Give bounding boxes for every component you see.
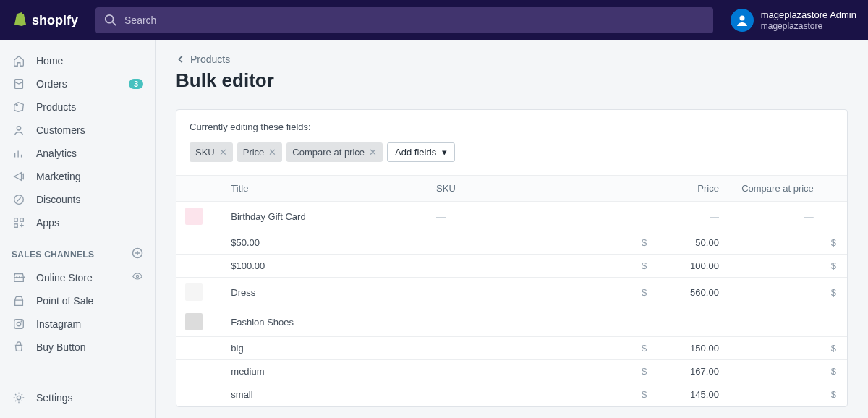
sku-cell[interactable] [427, 337, 633, 360]
compare-cell[interactable] [728, 231, 822, 255]
close-icon[interactable]: ✕ [219, 147, 227, 158]
brand-text: shopify [32, 13, 78, 28]
price-cell[interactable]: $167.00 [633, 360, 728, 383]
compare-currency: $ [831, 366, 836, 377]
home-icon [12, 54, 26, 67]
sku-cell[interactable] [427, 255, 633, 278]
svg-line-1 [113, 22, 116, 26]
compare-cell[interactable] [728, 255, 822, 278]
price-cell[interactable]: — [633, 202, 728, 231]
svg-rect-8 [20, 218, 24, 222]
field-chip-sku[interactable]: SKU✕ [190, 142, 233, 162]
gear-icon [12, 391, 26, 404]
price-cell[interactable]: — [633, 307, 728, 337]
add-fields-button[interactable]: Add fields▾ [387, 142, 455, 162]
caret-down-icon: ▾ [442, 147, 447, 158]
buy-icon [12, 341, 26, 354]
variant-title[interactable]: medium [222, 360, 427, 383]
field-chip-price[interactable]: Price✕ [237, 142, 283, 162]
sidebar-item-orders[interactable]: Orders3 [0, 72, 155, 95]
store-name: mageplazastore [761, 21, 856, 31]
col-compare: Compare at price [728, 176, 822, 202]
orders-badge: 3 [129, 79, 143, 89]
compare-currency: $ [831, 260, 836, 271]
add-channel-icon[interactable] [132, 247, 143, 261]
svg-point-5 [17, 127, 20, 130]
variant-title[interactable]: small [222, 383, 427, 406]
compare-cell[interactable]: — [728, 307, 822, 337]
compare-cell[interactable] [728, 278, 822, 307]
sku-cell[interactable] [427, 383, 633, 406]
sidebar-item-discounts[interactable]: Discounts [0, 188, 155, 211]
table-row: medium$167.00$ [176, 360, 847, 383]
price-cell[interactable]: $145.00 [633, 383, 728, 406]
channel-item-online-store[interactable]: Online Store [0, 265, 155, 289]
channel-item-instagram[interactable]: Instagram [0, 312, 155, 336]
sidebar-item-home[interactable]: Home [0, 49, 155, 72]
marketing-icon [12, 170, 26, 183]
product-title[interactable]: Fashion Shoes [222, 307, 427, 337]
table-row: small$145.00$ [176, 383, 847, 406]
sidebar-item-apps[interactable]: Apps [0, 211, 155, 234]
field-chip-compare-at-price[interactable]: Compare at price✕ [286, 142, 383, 162]
main-content: Products Bulk editor Currently editing t… [156, 40, 868, 418]
user-menu[interactable]: mageplazastore Admin mageplazastore [731, 9, 856, 32]
price-cell[interactable]: $560.00 [633, 278, 728, 307]
channel-item-label: Point of Sale [36, 295, 143, 307]
eye-icon[interactable] [132, 270, 143, 284]
breadcrumb-label: Products [190, 54, 230, 65]
product-title[interactable]: Birthday Gift Card [222, 202, 427, 231]
brand-logo[interactable]: shopify [12, 12, 78, 29]
sidebar-item-label: Customers [36, 124, 143, 136]
col-price: Price [633, 176, 728, 202]
sidebar-item-products[interactable]: Products [0, 95, 155, 119]
compare-cell[interactable] [728, 383, 822, 406]
svg-rect-7 [14, 218, 18, 222]
compare-currency: $ [831, 389, 836, 400]
sidebar-item-settings[interactable]: Settings [0, 386, 155, 409]
channel-item-buy-button[interactable]: Buy Button [0, 336, 155, 359]
col-title: Title [222, 176, 427, 202]
product-title[interactable]: Dress [222, 278, 427, 307]
breadcrumb-back[interactable]: Products [176, 54, 848, 65]
sku-cell[interactable]: — [427, 307, 633, 337]
customers-icon [12, 124, 26, 137]
sidebar-item-customers[interactable]: Customers [0, 119, 155, 142]
compare-cell[interactable] [728, 337, 822, 360]
user-name: mageplazastore Admin [761, 9, 856, 21]
compare-cell[interactable]: — [728, 202, 822, 231]
editing-fields-label: Currently editing these fields: [190, 121, 834, 132]
svg-rect-9 [14, 224, 18, 228]
sidebar-item-label: Marketing [36, 171, 143, 182]
close-icon[interactable]: ✕ [268, 147, 276, 158]
variant-title[interactable]: big [222, 337, 427, 360]
search-input[interactable] [95, 7, 713, 33]
price-cell[interactable]: $150.00 [633, 337, 728, 360]
sales-channels-header: SALES CHANNELS [0, 234, 155, 265]
price-cell[interactable]: $100.00 [633, 255, 728, 278]
sku-cell[interactable] [427, 278, 633, 307]
compare-currency: $ [831, 343, 836, 354]
svg-point-2 [739, 16, 744, 21]
sidebar-item-label: Home [36, 55, 143, 67]
chip-label: Price [243, 147, 265, 158]
sidebar-item-label: Products [36, 101, 143, 113]
product-thumbnail [185, 208, 203, 225]
instagram-icon [12, 317, 26, 330]
sidebar-item-marketing[interactable]: Marketing [0, 165, 155, 188]
compare-cell[interactable] [728, 360, 822, 383]
table-row: Birthday Gift Card——— [176, 202, 847, 231]
price-cell[interactable]: $50.00 [633, 231, 728, 255]
variant-title[interactable]: $50.00 [222, 231, 427, 255]
sku-cell[interactable] [427, 231, 633, 255]
compare-currency: $ [831, 237, 836, 248]
sidebar-item-analytics[interactable]: Analytics [0, 142, 155, 165]
sku-cell[interactable]: — [427, 202, 633, 231]
channel-item-point-of-sale[interactable]: Point of Sale [0, 289, 155, 312]
sku-cell[interactable] [427, 360, 633, 383]
col-sku: SKU [427, 176, 633, 202]
store-icon [12, 271, 26, 284]
close-icon[interactable]: ✕ [369, 147, 377, 158]
variant-title[interactable]: $100.00 [222, 255, 427, 278]
svg-point-13 [136, 275, 138, 277]
